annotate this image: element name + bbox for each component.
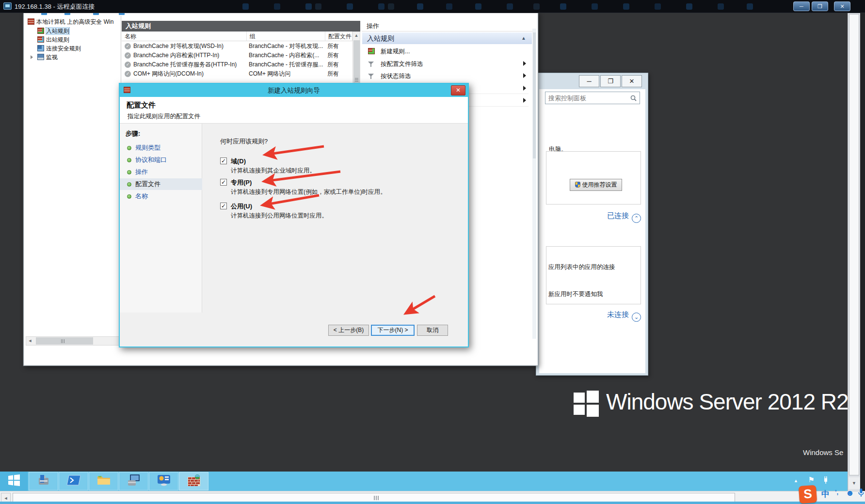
scroll-left-icon[interactable]: ◄ — [1, 493, 11, 503]
column-header-profile[interactable]: 配置文件 — [325, 32, 352, 41]
desktop-watermark: Windows Se — [803, 448, 848, 457]
rdp-close-button[interactable]: ✕ — [834, 1, 850, 11]
connected-section-header[interactable]: 已连接⌃ — [546, 211, 641, 223]
option-private-desc: 计算机连接到专用网络位置(例如，家或工作单位)时应用。 — [231, 188, 386, 196]
scrollbar-thumb[interactable] — [36, 337, 93, 345]
action-center-flag-icon[interactable]: ⚑ — [808, 475, 815, 484]
step-action[interactable]: 操作 — [120, 166, 202, 178]
admin-tools-icon — [127, 474, 141, 488]
step-bullet-icon — [127, 182, 131, 187]
actions-scrollbar[interactable] — [532, 29, 536, 339]
option-domain-label[interactable]: 域(D) — [231, 157, 246, 166]
rule-row[interactable]: ✓ COM+ 网络访问(DCOM-In) COM+ 网络访问 所有 — [122, 69, 352, 79]
sogou-ime-bar: S 中 ’, ☻ — [799, 486, 865, 504]
scroll-up-icon[interactable]: ▲ — [353, 32, 360, 39]
scrollbar-thumb[interactable] — [13, 493, 735, 503]
cpl-minimize-button[interactable]: ─ — [579, 75, 599, 87]
rule-disabled-icon: ✓ — [125, 52, 131, 59]
step-name[interactable]: 名称 — [120, 190, 202, 202]
rule-row[interactable]: ✓ BranchCache 内容检索(HTTP-In) BranchCache … — [122, 51, 352, 60]
cpl-close-button[interactable]: ✕ — [622, 75, 642, 87]
action-filter-by-profile[interactable]: 按配置文件筛选 — [362, 59, 531, 69]
inbound-rules-icon — [37, 28, 44, 34]
checkbox-domain[interactable]: ✓ — [220, 158, 227, 164]
rdp-connection-icon — [3, 2, 12, 10]
show-hidden-icons[interactable]: ▲ — [794, 478, 798, 483]
cancel-button[interactable]: 取消 — [417, 325, 448, 336]
tree-item-inbound-rules[interactable]: 入站规则 — [37, 27, 69, 36]
new-inbound-rule-wizard: 新建入站规则向导 ✕ 配置文件 指定此规则应用的配置文件 步骤: 规则类型 协议… — [119, 83, 469, 347]
taskbar-control-panel[interactable] — [149, 472, 178, 490]
scrollbar-thumb[interactable] — [849, 14, 859, 475]
step-profile[interactable]: 配置文件 — [120, 178, 202, 190]
tree-item-outbound-rules[interactable]: 出站规则 — [37, 36, 69, 45]
taskbar-admin-tools[interactable] — [119, 472, 148, 490]
start-icon — [8, 474, 20, 488]
rdp-titlebar-ghost-icons — [242, 3, 249, 10]
filter-icon — [368, 61, 374, 67]
collapse-icon[interactable]: ▲ — [521, 32, 526, 44]
wizard-title: 新建入站规则向导 — [120, 84, 468, 97]
taskbar-file-explorer[interactable] — [89, 472, 118, 490]
column-header-name[interactable]: 名称 — [122, 32, 247, 41]
cpl-maximize-button[interactable]: ❐ — [600, 75, 621, 87]
disconnected-section-header[interactable]: 未连接⌄ — [546, 310, 641, 322]
uac-shield-icon — [575, 182, 580, 188]
next-button[interactable]: 下一步(N) > — [371, 325, 415, 336]
tree-item-connection-security-rules[interactable]: 连接安全规则 — [37, 45, 81, 53]
steps-label: 步骤: — [126, 129, 140, 138]
ime-language-toggle[interactable]: 中 — [821, 488, 830, 500]
action-filter-by-state[interactable]: 按状态筛选 — [362, 71, 531, 81]
rdp-maximize-button[interactable]: ❐ — [812, 1, 828, 11]
file-explorer-icon — [97, 475, 111, 488]
taskbar-powershell[interactable] — [59, 472, 88, 490]
taskbar-server-manager[interactable] — [29, 472, 58, 490]
option-public-label[interactable]: 公用(U) — [231, 202, 252, 211]
submenu-arrow-icon — [523, 61, 526, 66]
action-new-rule[interactable]: 新建规则... — [362, 46, 531, 57]
step-bullet-icon — [127, 158, 131, 162]
rule-row[interactable]: ✓ BranchCache 对等机发现(WSD-In) BranchCache … — [122, 42, 352, 51]
actions-section-header[interactable]: 入站规则 ▲ — [362, 32, 532, 44]
wizard-close-button[interactable]: ✕ — [451, 85, 465, 95]
ime-mic-icon[interactable] — [858, 488, 864, 500]
rdp-minimize-button[interactable]: ─ — [793, 1, 810, 11]
rule-row[interactable]: ✓ BranchCache 托管缓存服务器(HTTP-In) BranchCac… — [122, 60, 352, 69]
scroll-left-icon[interactable]: ◄ — [26, 337, 34, 345]
expander-icon[interactable] — [31, 55, 33, 59]
monitoring-icon — [37, 54, 44, 60]
cpl-groupbox: 使用推荐设置 — [546, 151, 641, 205]
cpl-notify-line: 新应用时不要通知我 — [548, 290, 603, 299]
use-recommended-settings-button[interactable]: 使用推荐设置 — [570, 179, 622, 191]
search-input[interactable] — [548, 93, 630, 103]
taskbar: ▲ ⚑ — [0, 472, 865, 491]
submenu-arrow-icon — [523, 73, 526, 78]
chevron-up-icon[interactable]: ⌃ — [632, 214, 641, 223]
column-header-group[interactable]: 组 — [247, 32, 325, 41]
window-bottom-border — [0, 502, 865, 504]
checkbox-public[interactable]: ✓ — [220, 203, 227, 209]
ime-emoji-icon[interactable]: ☻ — [846, 488, 854, 498]
checkbox-private[interactable]: ✓ — [220, 179, 227, 186]
step-protocol-ports[interactable]: 协议和端口 — [120, 154, 202, 166]
sogou-logo-icon[interactable]: S — [799, 485, 817, 504]
start-button[interactable] — [0, 472, 28, 491]
submenu-arrow-icon — [523, 86, 526, 91]
chevron-down-icon[interactable]: ⌄ — [632, 313, 641, 322]
network-plug-icon[interactable] — [822, 475, 829, 486]
step-rule-type[interactable]: 规则类型 — [120, 142, 202, 154]
tree-item-monitoring[interactable]: 监视 — [37, 53, 58, 62]
taskbar-windows-firewall[interactable] — [179, 472, 208, 490]
window-edge — [860, 13, 865, 491]
ime-punctuation-toggle[interactable]: ’, — [835, 488, 838, 496]
search-box[interactable] — [545, 92, 640, 104]
wizard-title-bar[interactable]: 新建入站规则向导 ✕ — [120, 84, 468, 97]
step-bullet-icon — [127, 170, 131, 174]
rdp-v-scrollbar[interactable]: ▼ — [848, 13, 860, 491]
option-private-label[interactable]: 专用(P) — [231, 178, 252, 187]
actions-title: 操作 — [362, 21, 532, 32]
tree-root-firewall[interactable]: 本地计算机 上的高级安全 Win — [28, 18, 120, 27]
back-button[interactable]: < 上一步(B) — [328, 325, 369, 336]
powershell-icon — [67, 475, 80, 488]
cpl-content: 电脑。 使用推荐设置 已连接⌃ 应用列表中的应用的连接 新应用时不要通知我 未连… — [539, 89, 645, 373]
